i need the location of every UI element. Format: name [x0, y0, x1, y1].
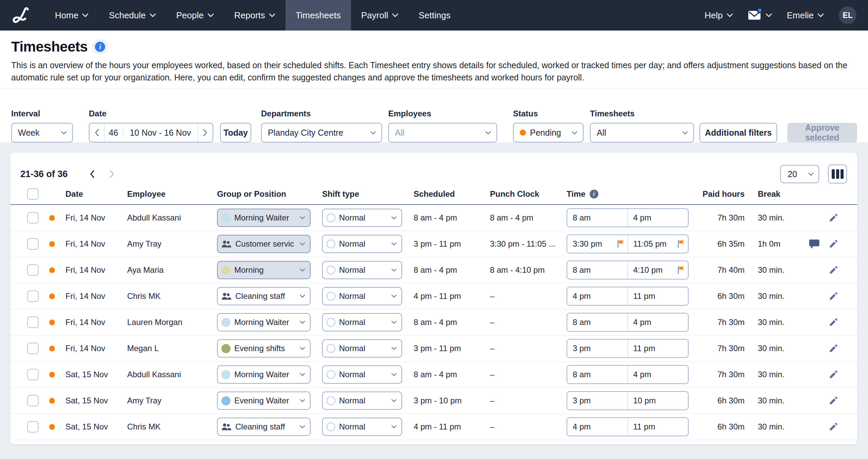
interval-select[interactable]: Week: [11, 123, 73, 142]
title-info-button[interactable]: i: [92, 39, 108, 55]
time-info-icon[interactable]: i: [590, 190, 598, 198]
time-start-input[interactable]: 3 pm: [567, 340, 628, 357]
group-label: Morning Waiter: [234, 318, 300, 327]
pencil-icon: [828, 213, 838, 223]
time-end-input[interactable]: 11 pm: [628, 418, 688, 436]
nav-people[interactable]: People: [166, 0, 224, 31]
row-checkbox[interactable]: [27, 290, 39, 302]
time-start-input[interactable]: 4 pm: [567, 418, 628, 436]
time-end-input[interactable]: 4 pm: [628, 366, 688, 383]
edit-button[interactable]: [828, 344, 838, 353]
row-checkbox[interactable]: [27, 369, 39, 380]
row-checkbox[interactable]: [27, 395, 39, 406]
comment-button[interactable]: [809, 239, 820, 249]
edit-button[interactable]: [828, 370, 838, 380]
timesheets-select[interactable]: All: [590, 123, 694, 142]
row-checkbox[interactable]: [27, 212, 39, 224]
pagination-prev-button[interactable]: [90, 170, 95, 178]
planday-logo[interactable]: [0, 0, 41, 31]
select-all-checkbox[interactable]: [27, 188, 39, 200]
time-end-input[interactable]: 4 pm: [628, 209, 688, 227]
page-size-select[interactable]: 20: [780, 165, 819, 183]
time-start-input[interactable]: 8 am: [567, 366, 628, 383]
group-position-dropdown[interactable]: Morning Waiter: [217, 313, 311, 331]
group-position-dropdown[interactable]: Morning: [217, 261, 311, 279]
page-header: Timesheets i This is an overview of the …: [0, 31, 868, 89]
shift-type-dropdown[interactable]: Normal: [322, 287, 402, 305]
row-checkbox[interactable]: [27, 343, 39, 354]
edit-button[interactable]: [828, 318, 838, 327]
time-inputs: 4 pm 11 pm: [567, 287, 689, 306]
group-position-dropdown[interactable]: Morning Waiter: [217, 209, 311, 227]
shift-type-dropdown[interactable]: Normal: [322, 209, 402, 227]
nav-messages[interactable]: [748, 11, 772, 20]
edit-button[interactable]: [828, 213, 838, 223]
group-position-dropdown[interactable]: Evening Waiter: [217, 391, 311, 410]
group-position-dropdown[interactable]: Cleaning staff: [217, 287, 311, 305]
edit-button[interactable]: [828, 291, 838, 301]
column-settings-button[interactable]: [828, 165, 847, 184]
group-position-dropdown[interactable]: Cleaning staff: [217, 418, 311, 436]
time-end-input[interactable]: 4 pm: [628, 313, 688, 331]
edit-button[interactable]: [828, 422, 838, 432]
departments-select[interactable]: Planday City Centre: [261, 123, 382, 142]
time-start-input[interactable]: 8 am: [567, 313, 628, 331]
additional-filters-button[interactable]: Additional filters: [699, 123, 777, 142]
chevron-down-icon: [391, 242, 397, 246]
group-position-dropdown[interactable]: Customer servic: [217, 235, 311, 253]
nav-home[interactable]: Home: [45, 0, 99, 31]
edit-button[interactable]: [828, 396, 838, 406]
edit-button[interactable]: [828, 265, 838, 275]
avatar[interactable]: EL: [839, 6, 856, 24]
approve-selected-button[interactable]: Approve selected: [787, 123, 857, 142]
row-checkbox[interactable]: [27, 317, 39, 328]
time-start-input[interactable]: 3:30 pm: [567, 235, 628, 253]
edit-button[interactable]: [828, 239, 838, 249]
row-checkbox[interactable]: [27, 421, 39, 433]
shift-type-dropdown[interactable]: Normal: [322, 365, 402, 384]
nav-user-menu[interactable]: Emelie: [787, 10, 824, 21]
employees-select[interactable]: All: [388, 123, 497, 142]
nav-settings[interactable]: Settings: [409, 0, 461, 31]
status-select[interactable]: Pending: [513, 123, 584, 142]
time-end-input[interactable]: 11 pm: [628, 340, 688, 357]
shift-type-dropdown[interactable]: Normal: [322, 313, 402, 331]
group-label: Evening shifts: [234, 344, 300, 353]
today-button[interactable]: Today: [220, 123, 251, 142]
shift-type-dropdown[interactable]: Normal: [322, 261, 402, 279]
nav-schedule[interactable]: Schedule: [99, 0, 166, 31]
nav-payroll[interactable]: Payroll: [351, 0, 408, 31]
group-color-dot: [221, 318, 231, 327]
time-start-input[interactable]: 4 pm: [567, 287, 628, 305]
row-checkbox[interactable]: [27, 238, 39, 250]
date-range[interactable]: 10 Nov - 16 Nov: [123, 123, 198, 142]
shift-type-dropdown[interactable]: Normal: [322, 235, 402, 253]
shift-type-circle: [327, 292, 335, 301]
nav-timesheets[interactable]: Timesheets: [285, 0, 351, 31]
break-cell: 30 min.: [745, 422, 809, 432]
group-position-dropdown[interactable]: Morning Waiter: [217, 365, 311, 384]
time-end-input[interactable]: 11:05 pm: [628, 235, 688, 253]
nav-reports[interactable]: Reports: [224, 0, 285, 31]
shift-type-dropdown[interactable]: Normal: [322, 391, 402, 410]
nav-help[interactable]: Help: [705, 10, 733, 21]
time-end-input[interactable]: 4:10 pm: [628, 261, 688, 279]
pagination-next-button[interactable]: [110, 170, 115, 178]
shift-type-label: Normal: [339, 265, 391, 275]
shift-type-dropdown[interactable]: Normal: [322, 418, 402, 436]
time-end-input[interactable]: 10 pm: [628, 392, 688, 409]
shift-type-dropdown[interactable]: Normal: [322, 339, 402, 358]
prev-week-button[interactable]: [90, 123, 104, 142]
time-start-input[interactable]: 8 am: [567, 261, 628, 279]
time-start-input[interactable]: 8 am: [567, 209, 628, 227]
nav-right: Help Emelie EL: [705, 0, 868, 31]
next-week-button[interactable]: [198, 123, 213, 142]
time-end-input[interactable]: 11 pm: [628, 287, 688, 305]
row-checkbox[interactable]: [27, 264, 39, 276]
group-position-dropdown[interactable]: Evening shifts: [217, 339, 311, 358]
time-start-input[interactable]: 3 pm: [567, 392, 628, 409]
interval-label: Interval: [11, 109, 73, 118]
col-punch-clock: Punch Clock: [480, 189, 556, 199]
chevron-down-icon: [61, 131, 67, 135]
col-employee: Employee: [122, 189, 211, 199]
